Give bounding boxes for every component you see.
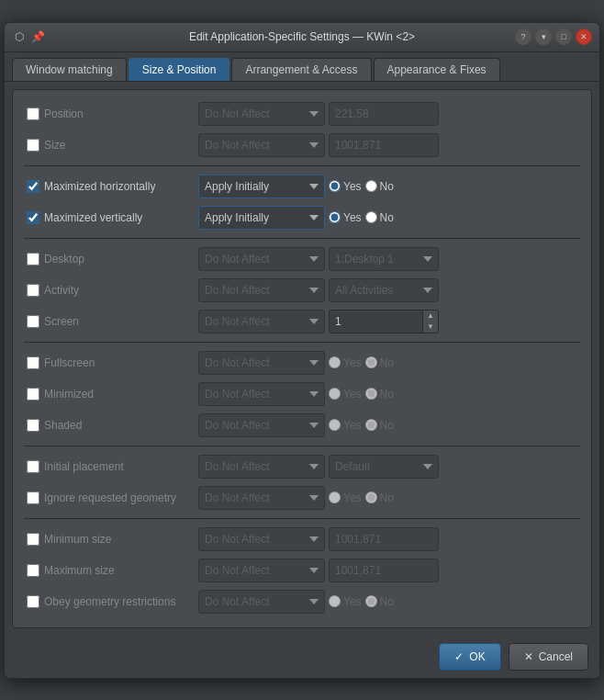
checkbox-minimum-size[interactable] [27,533,39,546]
tab-size-position[interactable]: Size & Position [129,58,230,81]
row-shaded: Shaded Do Not Affect Yes No [24,411,580,440]
label-size: Size [42,139,198,152]
main-window: ⬡ 📌 Edit Application-Specific Settings —… [4,22,600,679]
checkbox-maximum-size[interactable] [27,564,39,577]
checkbox-maximized-h[interactable] [27,180,39,193]
radio-group-minimized: Yes No [329,388,394,401]
radio-yes-minimized[interactable]: Yes [329,388,362,401]
label-ignore-geometry: Ignore requested geometry [42,491,198,504]
dropdown-size[interactable]: Do Not Affect [198,133,325,157]
checkbox-size[interactable] [27,139,39,152]
radio-group-maximized-h: Yes No [329,180,394,193]
dropdown-obey-geometry[interactable]: Do Not Affect [198,590,325,614]
radio-group-maximized-v: Yes No [329,211,394,224]
dropdown-desktop[interactable]: Do Not Affect [198,247,325,271]
radio-yes-ignore-geometry[interactable]: Yes [329,491,362,504]
row-position: Position Do Not Affect [24,99,580,129]
radio-group-ignore-geometry: Yes No [329,491,394,504]
spinbox-screen-buttons: ▲ ▼ [422,310,438,333]
radio-no-ignore-geometry[interactable]: No [365,491,394,504]
radio-yes-shaded[interactable]: Yes [329,419,362,432]
ok-label: OK [469,650,485,663]
spinbox-screen-input[interactable] [330,310,422,333]
dropdown-maximized-v[interactable]: Do Not Affect Apply Initially Apply Alwa… [198,206,325,230]
settings-content: Position Do Not Affect Size Do Not Affec… [12,89,592,628]
input-position[interactable] [329,102,439,126]
input-maximum-size[interactable] [329,559,439,582]
spinbox-screen-up[interactable]: ▲ [423,310,438,322]
row-desktop: Desktop Do Not Affect 1:Desktop 1 [24,244,580,274]
radio-yes-maximized-h[interactable]: Yes [329,180,362,193]
help-button[interactable]: ? [515,28,531,45]
titlebar-left-icons: ⬡ 📌 [12,29,45,44]
label-initial-placement: Initial placement [42,460,198,473]
row-maximized-h: Maximized horizontally Do Not Affect App… [24,172,580,201]
dropdown-desktop-value[interactable]: 1:Desktop 1 [329,247,439,271]
row-activity: Activity Do Not Affect All Activities [24,276,580,305]
cancel-label: Cancel [539,650,573,663]
checkbox-minimized[interactable] [27,388,39,401]
radio-yes-fullscreen[interactable]: Yes [329,356,362,369]
radio-yes-maximized-v[interactable]: Yes [329,211,362,224]
label-maximized-v: Maximized vertically [42,211,198,224]
dropdown-screen[interactable]: Do Not Affect [198,310,325,333]
shade-button[interactable]: ▾ [535,28,552,45]
tab-arrangement-access[interactable]: Arrangement & Access [231,58,371,81]
checkbox-shaded[interactable] [27,419,39,432]
radio-no-obey-geometry[interactable]: No [365,595,394,608]
dropdown-minimized[interactable]: Do Not Affect [198,382,325,406]
radio-no-maximized-h[interactable]: No [365,180,394,193]
label-activity: Activity [42,284,198,297]
dropdown-placement-value[interactable]: Default [329,455,439,479]
dropdown-position[interactable]: Do Not Affect [198,102,325,126]
label-position: Position [42,107,198,120]
ok-button[interactable]: ✓ OK [439,643,500,671]
dropdown-maximized-h[interactable]: Do Not Affect Apply Initially Apply Alwa… [198,175,325,198]
radio-yes-obey-geometry[interactable]: Yes [329,595,362,608]
checkbox-position[interactable] [27,107,39,120]
input-minimum-size[interactable] [329,527,439,551]
dropdown-activity[interactable]: Do Not Affect [198,278,325,302]
checkbox-obey-geometry[interactable] [27,595,39,608]
label-maximized-h: Maximized horizontally [42,180,198,193]
row-maximized-v: Maximized vertically Do Not Affect Apply… [24,203,580,232]
window-title: Edit Application-Specific Settings — KWi… [189,30,415,43]
tab-window-matching[interactable]: Window matching [12,58,127,81]
tab-appearance-fixes[interactable]: Appearance & Fixes [374,58,500,81]
cancel-button[interactable]: ✕ Cancel [509,643,588,671]
row-minimized: Minimized Do Not Affect Yes No [24,379,580,409]
pin-icon[interactable]: 📌 [30,29,45,44]
checkbox-maximized-v[interactable] [27,211,39,224]
checkbox-fullscreen[interactable] [27,356,39,369]
radio-no-fullscreen[interactable]: No [365,356,394,369]
checkbox-ignore-geometry[interactable] [27,491,39,504]
row-maximum-size: Maximum size Do Not Affect [24,556,580,585]
input-size[interactable] [329,133,439,157]
radio-no-shaded[interactable]: No [365,419,394,432]
dropdown-activity-value[interactable]: All Activities [329,278,439,302]
dropdown-minimum-size[interactable]: Do Not Affect [198,527,325,551]
row-ignore-geometry: Ignore requested geometry Do Not Affect … [24,483,580,513]
dropdown-ignore-geometry[interactable]: Do Not Affect [198,486,325,510]
checkbox-screen[interactable] [27,315,39,328]
radio-no-maximized-v[interactable]: No [365,211,394,224]
dropdown-initial-placement[interactable]: Do Not Affect [198,455,325,479]
dropdown-shaded[interactable]: Do Not Affect [198,413,325,437]
divider-4 [24,446,580,446]
close-button[interactable]: ✕ [576,28,592,45]
label-screen: Screen [42,315,198,328]
checkbox-initial-placement[interactable] [27,460,39,473]
spinbox-screen-down[interactable]: ▼ [423,322,438,333]
row-initial-placement: Initial placement Do Not Affect Default [24,452,580,481]
titlebar: ⬡ 📌 Edit Application-Specific Settings —… [5,23,599,52]
titlebar-controls: ? ▾ □ ✕ [515,28,592,45]
row-fullscreen: Fullscreen Do Not Affect Yes No [24,348,580,378]
radio-no-minimized[interactable]: No [365,388,394,401]
checkbox-desktop[interactable] [27,253,39,265]
checkbox-activity[interactable] [27,284,39,297]
dropdown-fullscreen[interactable]: Do Not Affect [198,351,325,375]
label-obey-geometry: Obey geometry restrictions [42,595,198,608]
dropdown-maximum-size[interactable]: Do Not Affect [198,559,325,582]
ok-icon: ✓ [454,650,464,663]
maximize-button[interactable]: □ [555,28,572,45]
